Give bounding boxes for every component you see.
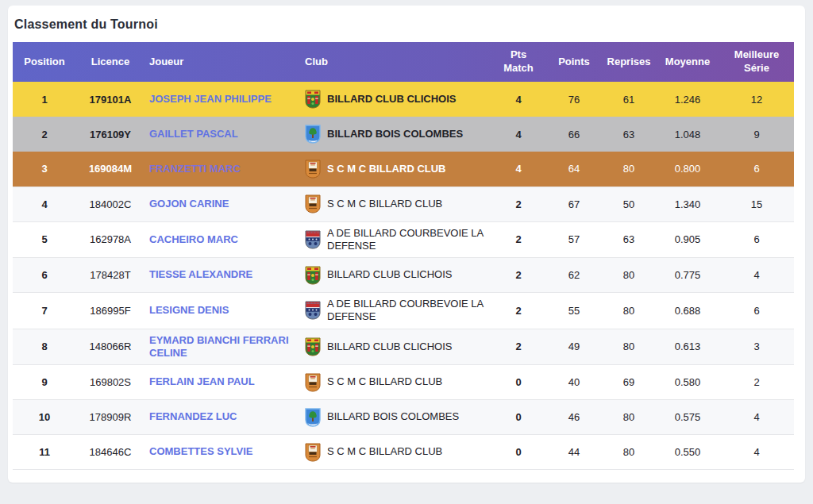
player-cell: JOSEPH JEAN PHILIPPE — [144, 82, 300, 117]
position-cell: 2 — [13, 117, 76, 152]
club-cell: S C M C BILLARD CLUB — [300, 365, 491, 400]
reprises-cell: 63 — [602, 221, 656, 258]
player-link[interactable]: CACHEIRO MARC — [149, 233, 238, 246]
meilleure-serie-cell: 4 — [719, 258, 794, 293]
player-link[interactable]: JOSEPH JEAN PHILIPPE — [149, 93, 272, 106]
pts-match-cell: 0 — [491, 435, 546, 470]
club-cell: BILLARD CLUB CLICHOIS — [300, 82, 491, 117]
moyenne-cell: 1.340 — [656, 187, 719, 221]
reprises-cell: 50 — [602, 187, 656, 221]
position-cell: 3 — [13, 152, 76, 187]
position-cell: 4 — [13, 187, 76, 221]
club-name: A DE BILLARD COURBEVOIE LA DEFENSE — [327, 298, 486, 324]
licence-cell: 184002C — [76, 187, 144, 221]
bois-colombes-crest-icon — [305, 408, 321, 427]
column-header-moyenne: Moyenne — [656, 42, 719, 82]
player-link[interactable]: GOJON CARINE — [149, 198, 229, 210]
scmc-crest-icon — [305, 443, 321, 462]
moyenne-cell: 0.688 — [656, 293, 719, 329]
reprises-cell: 80 — [602, 152, 656, 187]
position-cell: 7 — [13, 293, 76, 329]
club-name: BILLARD CLUB CLICHOIS — [327, 268, 453, 281]
player-cell: FERNANDEZ LUC — [144, 400, 300, 435]
player-link[interactable]: FERLAIN JEAN PAUL — [149, 375, 255, 388]
ranking-table: PositionLicenceJoueurClubPts MatchPoints… — [13, 42, 794, 470]
player-cell: LESIGNE DENIS — [144, 293, 300, 329]
column-header-meilleure_serie: Meilleure Série — [719, 42, 794, 82]
club-name: BILLARD BOIS COLOMBES — [327, 128, 463, 140]
column-header-position: Position — [13, 42, 76, 82]
club-name: A DE BILLARD COURBEVOIE LA DEFENSE — [327, 227, 486, 253]
player-link[interactable]: FRANZETTI MARC — [149, 163, 241, 175]
column-header-pts_match: Pts Match — [491, 42, 546, 82]
clichois-crest-icon — [305, 90, 321, 109]
table-row: 1179101AJOSEPH JEAN PHILIPPEBILLARD CLUB… — [13, 82, 794, 117]
table-row: 3169084MFRANZETTI MARCS C M C BILLARD CL… — [13, 152, 794, 187]
moyenne-cell: 1.246 — [656, 82, 719, 117]
meilleure-serie-cell: 6 — [719, 293, 794, 329]
points-cell: 66 — [546, 117, 602, 152]
column-header-club: Club — [300, 42, 491, 82]
points-cell: 40 — [546, 365, 602, 400]
moyenne-cell: 0.580 — [656, 365, 719, 400]
club-name: S C M C BILLARD CLUB — [327, 445, 442, 458]
reprises-cell: 69 — [602, 365, 656, 400]
points-cell: 49 — [546, 329, 602, 365]
column-header-points: Points — [546, 42, 602, 82]
player-link[interactable]: FERNANDEZ LUC — [149, 410, 237, 423]
points-cell: 46 — [546, 400, 602, 435]
pts-match-cell: 4 — [491, 117, 546, 152]
club-name: S C M C BILLARD CLUB — [327, 375, 442, 388]
licence-cell: 169084M — [76, 152, 144, 187]
reprises-cell: 80 — [602, 435, 656, 470]
reprises-cell: 63 — [602, 117, 656, 152]
licence-cell: 176109Y — [76, 117, 144, 152]
licence-cell: 178909R — [76, 400, 144, 435]
pts-match-cell: 2 — [491, 187, 546, 221]
player-cell: GAILLET PASCAL — [144, 117, 300, 152]
position-cell: 5 — [13, 221, 76, 258]
scmc-crest-icon — [305, 160, 321, 179]
licence-cell: 178428T — [76, 258, 144, 293]
player-link[interactable]: COMBETTES SYLVIE — [149, 445, 253, 458]
club-cell: BILLARD CLUB CLICHOIS — [300, 329, 491, 365]
meilleure-serie-cell: 2 — [719, 365, 794, 400]
club-name: BILLARD CLUB CLICHOIS — [327, 93, 457, 106]
club-cell: BILLARD BOIS COLOMBES — [300, 400, 491, 435]
player-cell: COMBETTES SYLVIE — [144, 435, 300, 470]
player-cell: FRANZETTI MARC — [144, 152, 300, 187]
licence-cell: 184646C — [76, 435, 144, 470]
meilleure-serie-cell: 4 — [719, 435, 794, 470]
player-link[interactable]: GAILLET PASCAL — [149, 128, 238, 140]
player-link[interactable]: TIESSE ALEXANDRE — [149, 268, 252, 281]
table-row: 2176109YGAILLET PASCALBILLARD BOIS COLOM… — [13, 117, 794, 152]
points-cell: 44 — [546, 435, 602, 470]
player-cell: CACHEIRO MARC — [144, 221, 300, 258]
points-cell: 64 — [546, 152, 602, 187]
licence-cell: 186995F — [76, 293, 144, 329]
position-cell: 8 — [13, 329, 76, 365]
club-cell: S C M C BILLARD CLUB — [300, 435, 491, 470]
club-cell: S C M C BILLARD CLUB — [300, 187, 491, 221]
position-cell: 9 — [13, 365, 76, 400]
pts-match-cell: 4 — [491, 82, 546, 117]
player-link[interactable]: EYMARD BIANCHI FERRARI CELINE — [149, 334, 295, 360]
player-cell: GOJON CARINE — [144, 187, 300, 221]
club-name: BILLARD BOIS COLOMBES — [327, 410, 459, 423]
clichois-crest-icon — [305, 337, 321, 356]
club-cell: A DE BILLARD COURBEVOIE LA DEFENSE — [300, 293, 491, 329]
pts-match-cell: 2 — [491, 293, 546, 329]
table-row: 5162978ACACHEIRO MARCA DE BILLARD COURBE… — [13, 221, 794, 258]
meilleure-serie-cell: 6 — [719, 221, 794, 258]
moyenne-cell: 0.905 — [656, 221, 719, 258]
table-header: PositionLicenceJoueurClubPts MatchPoints… — [13, 42, 794, 82]
pts-match-cell: 2 — [491, 258, 546, 293]
column-header-reprises: Reprises — [602, 42, 656, 82]
reprises-cell: 61 — [602, 82, 656, 117]
licence-cell: 148066R — [76, 329, 144, 365]
clichois-crest-icon — [305, 266, 321, 285]
player-link[interactable]: LESIGNE DENIS — [149, 304, 229, 317]
points-cell: 57 — [546, 221, 602, 258]
reprises-cell: 80 — [602, 293, 656, 329]
player-cell: EYMARD BIANCHI FERRARI CELINE — [144, 329, 300, 365]
